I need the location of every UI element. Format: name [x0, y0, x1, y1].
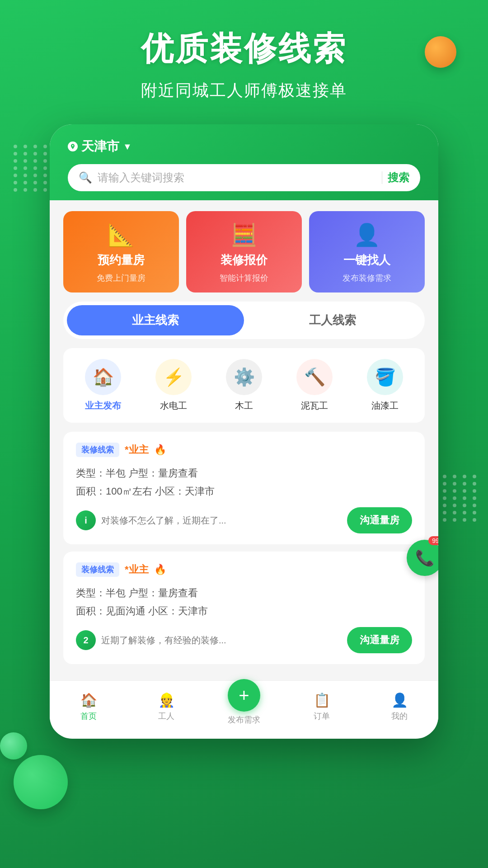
lead-card-1: 装修线索 *业主 🔥 类型：半包 户型：量房查看面积：见面沟通 小区：天津市 2… [63, 552, 425, 664]
cat-label: 油漆工 [371, 400, 399, 412]
cat-icon-wrap: ⚡ [155, 359, 192, 395]
nav-icon-首页: 🏠 [80, 692, 97, 708]
lead-cards-container: 装修线索 *业主 🔥 类型：半包 户型：量房查看面积：100㎡左右 小区：天津市… [63, 432, 425, 664]
action-icon: 🧮 [230, 222, 258, 248]
search-button[interactable]: 搜索 [388, 170, 409, 185]
lead-info: 类型：半包 户型：量房查看面积：见面沟通 小区：天津市 [76, 584, 412, 620]
search-bar[interactable]: 🔍 请输入关键词搜索 搜索 [68, 164, 420, 191]
lead-desc: 近期了解装修，有经验的装修... [101, 634, 342, 646]
contact-button[interactable]: 沟通量房 [347, 507, 412, 533]
bottom-nav: 🏠 首页 👷 工人 + 发布需求 📋 订单 👤 我的 [50, 680, 438, 730]
cat-label: 业主发布 [85, 400, 121, 412]
quick-actions-grid: 📐 预约量房 免费上门量房 🧮 装修报价 智能计算报价 👤 一键找人 发布装修需… [63, 200, 425, 302]
action-title: 一键找人 [343, 252, 390, 268]
location-pin-icon [68, 142, 78, 151]
add-publish-button[interactable]: + [228, 679, 260, 712]
nav-item-工人[interactable]: 👷 工人 [127, 692, 205, 722]
search-placeholder[interactable]: 请输入关键词搜索 [98, 170, 376, 185]
tab-业主线索[interactable]: 业主线索 [67, 305, 244, 335]
lead-badge: 装修线索 [76, 443, 119, 457]
lead-info: 类型：半包 户型：量房查看面积：100㎡左右 小区：天津市 [76, 464, 412, 500]
cat-label: 木工 [235, 400, 253, 412]
nav-icon-我的: 👤 [391, 692, 408, 708]
lead-footer: i 对装修不怎么了解，近期在了... 沟通量房 [76, 507, 412, 533]
nav-item-我的[interactable]: 👤 我的 [361, 692, 438, 722]
location-city[interactable]: 天津市 [81, 138, 119, 155]
cat-label: 泥瓦工 [301, 400, 328, 412]
search-divider [382, 171, 382, 184]
action-card-一键找人[interactable]: 👤 一键找人 发布装修需求 [309, 211, 425, 292]
cat-icon-wrap: 🔨 [296, 359, 333, 395]
lead-avatar: i [76, 510, 96, 530]
cat-icon-wrap: 🏠 [85, 359, 121, 395]
search-icon: 🔍 [79, 171, 92, 184]
phone-mockup: 天津市 ▼ 🔍 请输入关键词搜索 搜索 📐 预约量房 免费上门量房 🧮 [50, 124, 438, 739]
action-title: 预约量房 [98, 252, 145, 268]
contact-button[interactable]: 沟通量房 [347, 627, 412, 653]
fire-icon: 🔥 [154, 564, 166, 576]
category-水电工[interactable]: ⚡ 水电工 [155, 359, 192, 412]
deco-sphere-green-big [14, 755, 68, 809]
action-subtitle: 发布装修需求 [343, 273, 391, 283]
cat-icon-wrap: 🪣 [367, 359, 403, 395]
location-row: 天津市 ▼ [68, 138, 420, 155]
call-badge: 99+ [428, 536, 438, 545]
action-card-预约量房[interactable]: 📐 预约量房 免费上门量房 [63, 211, 179, 292]
cat-icon-wrap: ⚙️ [226, 359, 262, 395]
category-业主发布[interactable]: 🏠 业主发布 [85, 359, 121, 412]
tabs-row: 业主线索工人线索 [63, 302, 425, 339]
lead-header: 装修线索 *业主 🔥 [76, 443, 412, 457]
action-icon: 📐 [108, 222, 135, 248]
phone-header: 天津市 ▼ 🔍 请输入关键词搜索 搜索 [50, 124, 438, 200]
action-title: 装修报价 [221, 252, 267, 268]
tab-工人线索[interactable]: 工人线索 [244, 305, 421, 335]
action-subtitle: 智能计算报价 [220, 273, 268, 283]
category-row: 🏠 业主发布 ⚡ 水电工 ⚙️ 木工 🔨 泥瓦工 🪣 油漆工 [63, 348, 425, 423]
category-油漆工[interactable]: 🪣 油漆工 [367, 359, 403, 412]
action-icon: 👤 [353, 222, 380, 248]
lead-user: *业主 [125, 443, 149, 457]
nav-item-订单[interactable]: 📋 订单 [283, 692, 361, 722]
cat-label: 水电工 [160, 400, 187, 412]
nav-label-我的: 我的 [391, 711, 408, 722]
nav-item-发布需求[interactable]: + 发布需求 [205, 688, 283, 725]
lead-desc: 对装修不怎么了解，近期在了... [101, 514, 342, 527]
lead-header: 装修线索 *业主 🔥 [76, 562, 412, 577]
nav-item-首页[interactable]: 🏠 首页 [50, 692, 127, 722]
lead-card-0: 装修线索 *业主 🔥 类型：半包 户型：量房查看面积：100㎡左右 小区：天津市… [63, 432, 425, 544]
lead-badge: 装修线索 [76, 562, 119, 577]
nav-label-首页: 首页 [80, 711, 97, 722]
hero-title: 优质装修线索 [141, 27, 347, 71]
lead-footer: 2 近期了解装修，有经验的装修... 沟通量房 [76, 627, 412, 653]
nav-label-add: 发布需求 [228, 714, 260, 725]
action-subtitle: 免费上门量房 [97, 273, 145, 283]
hero-subtitle: 附近同城工人师傅极速接单 [141, 80, 347, 102]
action-card-装修报价[interactable]: 🧮 装修报价 智能计算报价 [186, 211, 302, 292]
location-dropdown-icon[interactable]: ▼ [123, 142, 132, 152]
nav-label-订单: 订单 [314, 711, 330, 722]
fire-icon: 🔥 [154, 444, 166, 456]
category-木工[interactable]: ⚙️ 木工 [226, 359, 262, 412]
nav-icon-订单: 📋 [314, 692, 330, 708]
category-泥瓦工[interactable]: 🔨 泥瓦工 [296, 359, 333, 412]
phone-body: 📐 预约量房 免费上门量房 🧮 装修报价 智能计算报价 👤 一键找人 发布装修需… [50, 200, 438, 680]
lead-user: *业主 [125, 563, 149, 576]
nav-icon-工人: 👷 [158, 692, 175, 708]
lead-avatar: 2 [76, 630, 96, 650]
nav-label-工人: 工人 [158, 711, 174, 722]
